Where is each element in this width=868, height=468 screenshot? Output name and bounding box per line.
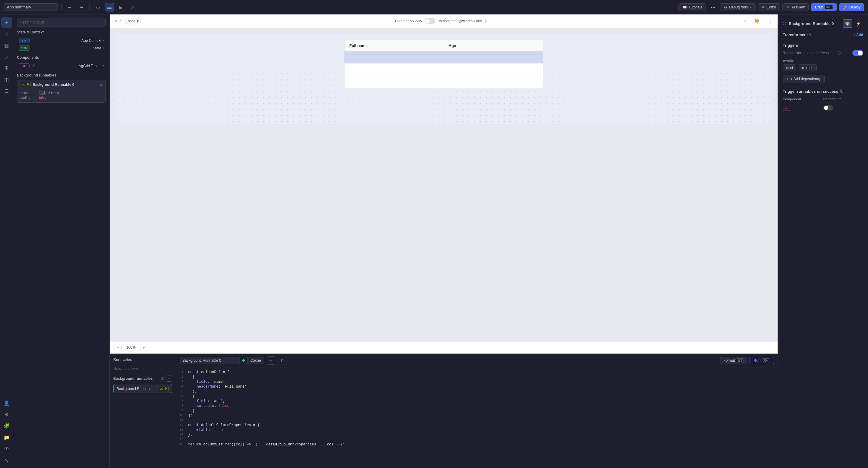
deploy-icon: 🚀 [843, 5, 847, 9]
component-a-tag: a [19, 63, 30, 68]
hide-bar-toggle[interactable] [424, 18, 435, 24]
sidebar-icon-flow[interactable]: ▷ [1, 51, 12, 62]
state-item[interactable]: state State ▾ [17, 44, 106, 52]
triggers-info-icon[interactable]: ⓘ [838, 51, 841, 56]
line-code-3: field: 'name', [188, 380, 227, 384]
sidebar-icon-grid[interactable]: ▦ [1, 40, 12, 51]
recompute-toggle[interactable] [824, 105, 833, 110]
triggers-desc: Run on start and app refresh ⓘ [783, 50, 863, 56]
zoom-out-button[interactable]: − [115, 344, 122, 351]
bg-runnable-collapse-icon[interactable]: ▲ [99, 82, 103, 87]
sidebar-icon-dollar[interactable]: $ [1, 63, 12, 73]
transformer-info-icon[interactable]: ⓘ [807, 33, 811, 37]
debug-icon: ⚙ [724, 5, 727, 9]
tutorials-button[interactable]: 📖 Tutorials [678, 3, 707, 11]
code-line-4: 4 headerName: 'Full name' [176, 384, 778, 389]
right-panel-title: Background Runnable 0 [789, 22, 840, 26]
fullscreen-button[interactable]: ⤢ [128, 3, 137, 11]
app-title-area[interactable]: App summary [4, 3, 58, 11]
bg-runnables-info-icon[interactable]: ⓘ [161, 376, 164, 381]
split-view-button[interactable]: ⊞ [116, 3, 125, 11]
zoom-in-button[interactable]: + [140, 344, 147, 351]
ctx-tag: ctx [19, 38, 30, 43]
preview-button[interactable]: 👁 Preview [782, 3, 809, 11]
bg-tag: bg_0 [20, 82, 31, 87]
table-component[interactable]: Full name Age [344, 40, 543, 88]
sidebar-icon-settings[interactable]: ⚙ [1, 409, 12, 420]
state-context-section: State & Context ctx App Context ▾ state … [17, 30, 106, 52]
bg-runnable-0-header[interactable]: bg_0 Background Runnable 0 ▲ [17, 80, 105, 89]
run-mode-selector[interactable]: once ▾ [125, 18, 141, 24]
sidebar-icon-user[interactable]: 👤 [1, 398, 12, 408]
table-cell-3-2 [444, 76, 543, 88]
right-tab-settings[interactable]: ⚡ [854, 19, 863, 28]
add-dependency-button[interactable]: + + Add dependency [783, 75, 825, 83]
canvas-grid-button[interactable]: ⋮⋮ [764, 17, 773, 25]
run-on-start-toggle[interactable] [852, 50, 863, 56]
sidebar-icon-puzzle[interactable]: 🧩 [1, 421, 12, 431]
sidebar-icon-list[interactable]: ☰ [1, 86, 12, 96]
divider-2 [90, 4, 90, 10]
deploy-button[interactable]: 🚀 Deploy [839, 3, 864, 11]
line-num-16: 16 [176, 442, 188, 446]
run-button[interactable]: Run ⌘↵ [749, 357, 774, 364]
mobile-view-button[interactable]: ▭ [93, 3, 102, 11]
transformer-add-button[interactable]: + Add [853, 33, 863, 37]
sidebar-icon-folder[interactable]: 📁 [1, 432, 12, 443]
sidebar-icon-star[interactable]: ☆ [1, 28, 12, 39]
runnable-item-name: Background Runnabl... [117, 387, 155, 391]
component-a-label: AgGrid Table [37, 64, 99, 68]
result-key: result [20, 91, 35, 95]
sidebar-icon-expand[interactable]: ⤡ [1, 455, 12, 466]
right-panel-icon: ⬡ [783, 21, 786, 26]
canvas-content: Full name Age [116, 34, 772, 94]
loading-row: loading : false [20, 95, 103, 100]
format-button[interactable]: Format ⌘S [720, 357, 747, 364]
runnable-name-input[interactable] [180, 357, 240, 364]
component-chevron-icon: ▾ [102, 64, 104, 67]
desktop-view-button[interactable]: ▬ [105, 3, 114, 11]
ctx-item[interactable]: ctx App Context ▾ [17, 37, 106, 44]
sidebar-icon-home[interactable]: ⊞ [1, 17, 12, 28]
left-panel: State & Context ctx App Context ▾ state … [13, 14, 110, 468]
table-row-2[interactable] [344, 64, 543, 76]
search-outputs-input[interactable] [17, 18, 106, 27]
sidebar-icon-eye[interactable]: 👁 [1, 443, 12, 454]
trigger-runnables-info-icon[interactable]: ⓘ [840, 89, 843, 94]
bg-runnables-panel-header: Background runnables ⓘ + [113, 375, 172, 381]
draft-button[interactable]: Draft ⌘S [811, 3, 837, 11]
events-area: start refresh [783, 64, 863, 71]
line-num-14: 14 [176, 433, 188, 436]
component-cursor-icon[interactable]: ↺ [31, 64, 35, 68]
toggle-thumb-2 [858, 51, 863, 56]
table-cell-2-1 [344, 64, 444, 76]
debug-runs-button[interactable]: ⚙ Debug runs 7 [720, 3, 755, 11]
canvas-palette-button[interactable]: 🎨 [752, 17, 761, 25]
delete-button[interactable]: 🗑 [278, 357, 287, 364]
edit-icon-button[interactable]: ✏ [267, 356, 275, 365]
line-code-2: { [188, 375, 195, 379]
table-row-3[interactable] [344, 76, 543, 88]
component-a-item[interactable]: a ↺ AgGrid Table ▾ [17, 62, 106, 70]
canvas-add-button[interactable]: + [741, 17, 750, 25]
editor-button[interactable]: ✏ Editor [758, 3, 780, 11]
line-num-4: 4 [176, 385, 188, 388]
add-bg-runnable-button[interactable]: + [166, 375, 172, 381]
line-code-11 [188, 418, 190, 423]
right-tab-palette[interactable]: 🎨 [843, 19, 852, 28]
code-editor: Cache ✏ 🗑 Format ⌘S Run ⌘↵ [176, 354, 778, 468]
line-code-1: const columnDef = [ [188, 370, 229, 374]
sidebar-icon-chart[interactable]: ◫ [1, 74, 12, 85]
editor-icon: ✏ [762, 5, 765, 9]
cache-button[interactable]: Cache [247, 357, 264, 364]
redo-button[interactable]: ↪ [77, 3, 86, 11]
table-row-1[interactable] [344, 51, 543, 64]
trigger-table: Component Recompute a [783, 96, 863, 113]
undo-button[interactable]: ↩ [65, 3, 74, 11]
zoom-controls: − 100% + [110, 341, 778, 354]
code-content[interactable]: 1 const columnDef = [ 2 { 3 field: 'name… [176, 367, 778, 468]
bg-runnable-0-list-item[interactable]: Background Runnabl... bg_0 [113, 384, 172, 393]
more-menu-button[interactable]: ••• [709, 3, 718, 11]
author-info-icon[interactable]: ⓘ [484, 19, 487, 24]
right-panel: ⬡ Background Runnable 0 🎨 ⚡ Transformer … [778, 14, 868, 468]
